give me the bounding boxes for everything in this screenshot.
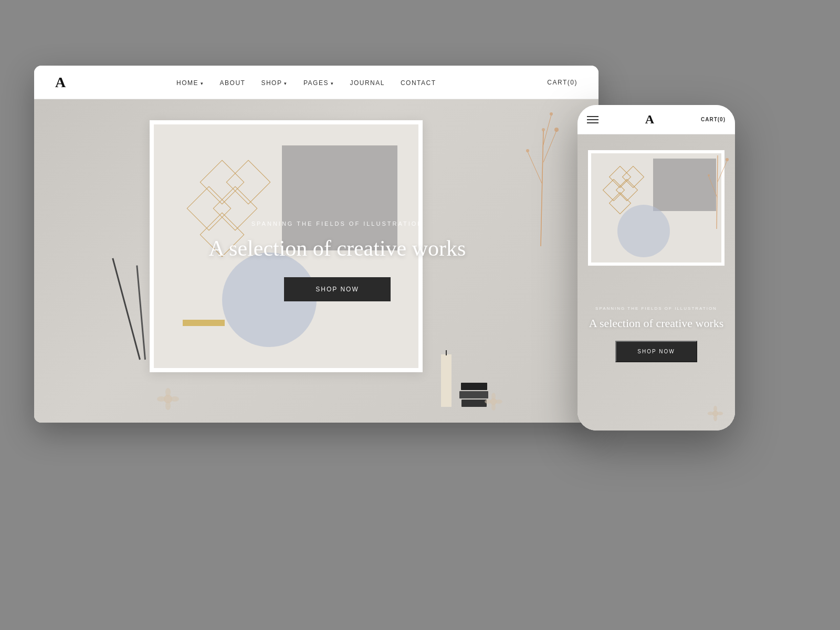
desktop-cart-link[interactable]: CART(0) [547,79,578,86]
mobile-mockup: A CART(0) [578,105,735,430]
mobile-hero-title: A selection of creative works [588,316,724,331]
desktop-nav-links: HOME ABOUT SHOP PAGES JOURNAL CONTACT [176,78,436,87]
svg-point-26 [708,412,713,415]
flower-decoration-left [155,386,181,412]
nav-item-shop[interactable]: SHOP [261,78,288,87]
mobile-hero-content: SPANNING THE FIELDS OF ILLUSTRATION A se… [578,306,735,362]
hamburger-line-1 [587,116,598,117]
mobile-logo[interactable]: A [645,112,654,127]
nav-item-contact[interactable]: CONTACT [401,78,436,87]
mobile-circle [617,205,670,257]
mobile-flower-decoration [706,404,724,423]
hamburger-line-3 [587,122,598,123]
nav-link-journal[interactable]: JOURNAL [350,79,385,87]
mobile-branch-decoration [701,140,732,234]
nav-item-pages[interactable]: PAGES [303,78,334,87]
svg-point-22 [708,174,710,176]
mobile-cart-link[interactable]: CART(0) [701,117,726,122]
svg-point-15 [491,404,496,411]
hamburger-menu[interactable] [587,116,598,123]
svg-line-19 [718,161,727,182]
desktop-navbar: A HOME ABOUT SHOP PAGES JOURNAL CONTACT … [34,66,598,99]
svg-point-21 [726,158,729,161]
nav-link-home[interactable]: HOME [176,79,204,87]
nav-item-home[interactable]: HOME [176,78,204,87]
svg-point-4 [554,128,559,132]
svg-point-25 [713,415,717,421]
book-1 [461,383,487,390]
stick-decoration-left [129,234,160,381]
mobile-hero-subtitle: SPANNING THE FIELDS OF ILLUSTRATION [588,306,724,311]
svg-point-7 [542,128,545,131]
hamburger-line-2 [587,119,598,120]
mobile-hero: SPANNING THE FIELDS OF ILLUSTRATION A se… [578,134,735,430]
desktop-hero-title: A selection of creative works [209,235,466,261]
svg-point-16 [485,400,491,404]
svg-point-17 [496,400,502,404]
svg-line-0 [541,131,543,246]
desktop-hero: SPANNING THE FIELDS OF ILLUSTRATION A se… [34,99,598,423]
mobile-navbar: A CART(0) [578,105,735,134]
flower-decoration-right [483,391,504,412]
desktop-logo[interactable]: A [55,74,65,91]
svg-point-11 [157,396,165,402]
svg-point-9 [165,388,171,396]
svg-line-2 [528,152,542,183]
svg-point-5 [526,149,529,152]
svg-point-6 [550,112,553,116]
svg-line-1 [543,131,556,162]
desktop-shop-now-button[interactable]: SHOP NOW [284,277,390,301]
svg-point-27 [717,412,723,415]
svg-point-10 [165,402,171,410]
mobile-diamond-group [602,169,644,211]
desktop-hero-content: SPANNING THE FIELDS OF ILLUSTRATION A se… [209,220,466,301]
nav-item-journal[interactable]: JOURNAL [350,78,385,87]
nav-link-about[interactable]: ABOUT [220,79,246,87]
yellow-bar [183,320,225,326]
svg-line-20 [709,176,717,197]
svg-point-14 [491,393,496,400]
nav-link-contact[interactable]: CONTACT [401,79,436,87]
candle-decoration [441,354,452,407]
nav-link-pages[interactable]: PAGES [303,79,334,87]
svg-point-24 [713,406,717,412]
nav-link-shop[interactable]: SHOP [261,79,288,87]
desktop-hero-subtitle: SPANNING THE FIELDS OF ILLUSTRATION [209,220,466,227]
nav-item-about[interactable]: ABOUT [220,78,246,87]
mobile-shop-now-button[interactable]: SHOP NOW [615,341,697,362]
branch-decoration-right [514,99,567,257]
svg-point-12 [171,396,179,402]
svg-line-18 [717,155,718,229]
desktop-mockup: A HOME ABOUT SHOP PAGES JOURNAL CONTACT … [34,66,598,423]
